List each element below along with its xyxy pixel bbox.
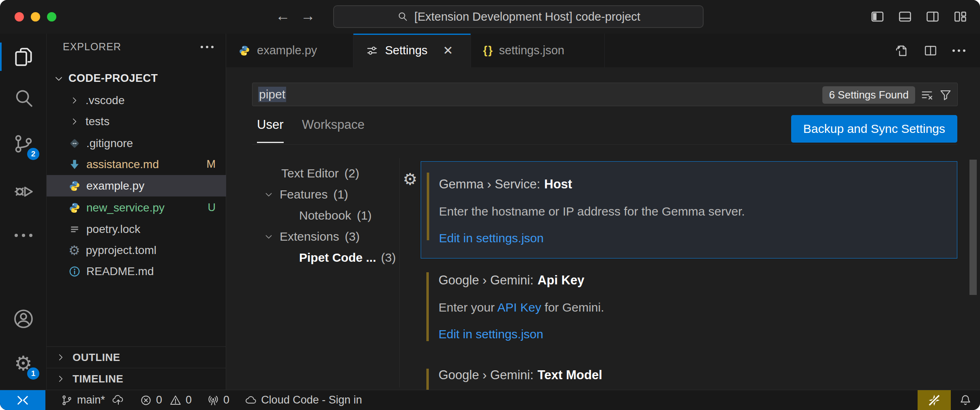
activity-search[interactable] [0,85,47,111]
search-icon [12,87,35,110]
problems-status-item[interactable]: 0 0 [140,394,192,406]
activity-more[interactable] [0,222,47,248]
settings-search-input[interactable]: pipet 6 Settings Found [252,83,958,106]
edit-in-settings-json-link[interactable]: Edit in settings.json [439,327,543,341]
lines-icon [68,223,81,235]
split-editor-icon[interactable] [923,43,938,58]
toggle-secondary-sidebar-icon[interactable] [925,9,940,24]
file-row-example[interactable]: example.py [47,175,226,196]
modified-indicator [426,369,429,390]
notifications-item[interactable] [951,390,980,410]
settings-badge: 1 [27,367,39,380]
chevron-down-icon [263,231,274,242]
chevron-right-icon [69,95,80,106]
setting-name: Api Key [537,273,584,287]
scope-divider [252,144,957,145]
search-icon [396,11,409,23]
setting-google-gemini-text-model[interactable]: Google › Gemini:Text Model [421,363,957,390]
file-row-vscode[interactable]: .vscode [47,90,226,111]
explorer-more-icon[interactable] [201,46,214,48]
status-bar: main* 0 0 0 Cloud Code - Si [0,390,980,410]
file-row-pyproject[interactable]: ⚙ pyproject.toml [47,239,226,261]
tab-settings-json[interactable]: { } settings.json [471,34,605,67]
edit-in-settings-json-link[interactable]: Edit in settings.json [439,231,543,245]
git-branch-icon [61,394,73,406]
forward-arrow-icon[interactable]: → [301,7,315,24]
scm-badge: 2 [27,148,39,160]
open-settings-json-icon[interactable] [894,43,909,58]
file-row-readme[interactable]: README.md [47,261,226,282]
chevron-right-icon [69,116,80,127]
toc-pipet-code[interactable]: Pipet Code ... [299,247,376,268]
setting-google-gemini-api-key[interactable]: Google › Gemini:Api Key Enter your API K… [421,267,957,361]
activity-account[interactable] [0,306,47,332]
title-bar: ← → [Extension Development Host] code-pr… [0,0,980,34]
window-title: [Extension Development Host] code-projec… [414,10,640,23]
search-text-selected: pipet [258,87,286,102]
toc-notebook[interactable]: Notebook(1) [299,205,372,226]
ports-status-item[interactable]: 0 [207,394,229,406]
back-arrow-icon[interactable]: ← [276,7,290,24]
activity-bar: 2 ⚙ 1 [0,34,47,390]
close-window-button[interactable] [15,12,24,21]
tab-label: settings.json [499,44,564,57]
toc-extensions[interactable]: Extensions(3) [263,226,359,247]
account-icon [12,308,35,330]
modified-indicator [426,272,429,341]
outline-section[interactable]: OUTLINE [47,346,226,368]
toc-features[interactable]: Features(1) [263,184,348,205]
run-debug-icon [12,180,35,203]
file-row-tests[interactable]: tests [47,111,226,132]
timeline-section[interactable]: TIMELINE [47,368,226,389]
toggle-primary-sidebar-icon[interactable] [870,9,885,24]
cloud-icon [245,394,257,406]
python-icon [238,45,250,57]
file-row-assistance[interactable]: assistance.md M [47,154,226,175]
toc-pipet-code-count: (3) [381,247,396,268]
chevron-right-icon [56,352,66,363]
filter-icon[interactable] [939,88,952,102]
cloud-code-status-item[interactable]: Cloud Code - Sign in [245,394,362,406]
branch-status-item[interactable]: main* [61,394,124,406]
scope-tab-user[interactable]: User [257,117,283,132]
setting-name: Host [544,177,572,191]
files-icon [12,46,35,68]
tab-settings[interactable]: Settings ✕ [353,34,471,67]
clear-search-icon[interactable] [920,88,934,102]
toggle-panel-icon[interactable] [897,9,913,24]
activity-settings[interactable]: ⚙ 1 [0,350,47,376]
activity-explorer[interactable] [0,44,47,70]
modified-indicator [427,173,429,240]
backup-sync-button[interactable]: Backup and Sync Settings [791,115,957,143]
api-key-link[interactable]: API Key [497,301,541,314]
close-tab-icon[interactable]: ✕ [443,43,453,58]
customize-layout-icon[interactable] [952,9,968,24]
warnings-icon [169,394,182,406]
scope-tab-workspace[interactable]: Workspace [302,117,365,132]
remote-indicator[interactable] [0,390,45,410]
setting-gear-icon[interactable]: ⚙ [403,171,417,187]
vscode-window: ← → [Extension Development Host] code-pr… [0,0,980,410]
setting-gemma-service-host[interactable]: Gemma › Service:Host Enter the hostname … [421,161,957,258]
assist-disabled-status-item[interactable] [918,390,951,410]
explorer-root-folder[interactable]: CODE-PROJECT [47,68,226,89]
bell-icon [959,394,972,407]
file-row-new-service[interactable]: new_service.py U [47,197,226,218]
publish-changes-icon [112,394,124,406]
editor-more-icon[interactable] [952,49,965,52]
python-icon [68,202,81,214]
activity-source-control[interactable]: 2 [0,131,47,157]
activity-run-debug[interactable] [0,179,47,205]
file-row-gitignore[interactable]: .gitignore [47,132,226,154]
toc-text-editor[interactable]: Text Editor(2) [281,163,359,184]
command-center[interactable]: [Extension Development Host] code-projec… [333,5,704,28]
info-icon [68,265,81,278]
results-count-badge: 6 Settings Found [822,86,915,104]
file-row-poetry-lock[interactable]: poetry.lock [47,218,226,240]
tab-example-py[interactable]: example.py [226,34,353,67]
scrollbar-thumb[interactable] [969,160,977,295]
zoom-window-button[interactable] [47,12,56,21]
minimize-window-button[interactable] [31,12,40,21]
branch-name: main* [77,394,105,406]
git-icon [68,137,81,149]
